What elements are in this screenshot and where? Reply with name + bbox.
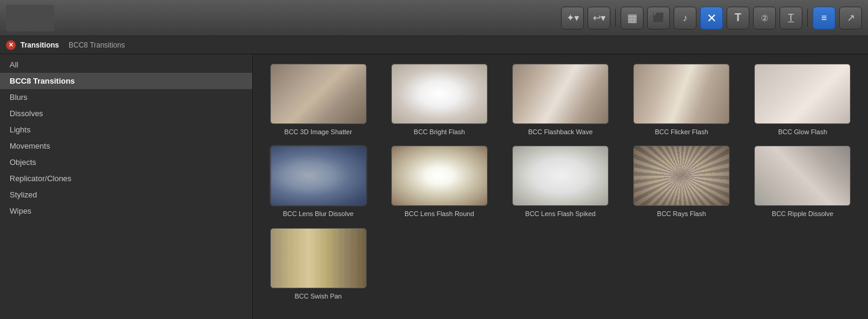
sidebar-item-objects[interactable]: Objects (0, 154, 252, 170)
camera-button[interactable]: ⬛ (647, 7, 670, 29)
grid-item-bcc-lens-spiked[interactable]: BCC Lens Flash Spiked (504, 146, 616, 218)
sidebar-item-wipes[interactable]: Wipes (0, 203, 252, 219)
video-icon: ▦ (627, 11, 637, 25)
generator-icon: T (788, 13, 794, 23)
thumbnail-bcc-3d (270, 64, 367, 124)
sidebar-item-blurs[interactable]: Blurs (0, 89, 252, 105)
undo-button[interactable]: ↩▾ (587, 7, 610, 29)
grid-item-bcc-lens-blur[interactable]: BCC Lens Blur Dissolve (262, 146, 374, 218)
toolbar-sep-1 (615, 9, 616, 27)
grid-label-bcc-lens-round: BCC Lens Flash Round (405, 209, 474, 218)
sidebar-item-lights[interactable]: Lights (0, 122, 252, 138)
themes-button[interactable]: ≡ (813, 7, 835, 29)
thumbnail-bcc-bright (391, 64, 488, 124)
sidebar-item-movements[interactable]: Movements (0, 138, 252, 154)
export-button[interactable]: ↗ (839, 7, 862, 29)
grid-item-bcc-flicker[interactable]: BCC Flicker Flash (626, 64, 737, 136)
thumbnail-bcc-lens-spiked (512, 146, 609, 206)
music-icon: ♪ (683, 13, 687, 23)
grid-item-bcc-ripple[interactable]: BCC Ripple Dissolve (747, 146, 858, 218)
camera-icon: ⬛ (653, 12, 665, 23)
grid-label-bcc-flashback: BCC Flashback Wave (528, 128, 592, 136)
grid-item-bcc-rays[interactable]: BCC Rays Flash (626, 146, 737, 218)
sidebar-item-all[interactable]: All (0, 57, 252, 73)
sidebar-item-dissolves[interactable]: Dissolves (0, 105, 252, 122)
grid-item-bcc-flashback[interactable]: BCC Flashback Wave (504, 64, 616, 136)
grid-label-bcc-3d: BCC 3D Image Shatter (284, 128, 352, 136)
toolbar-buttons: ✦▾ ↩▾ ▦ ⬛ ♪ ✕ T ② T ≡ ↗ (561, 7, 862, 29)
breadcrumb-root[interactable]: Transitions (20, 41, 59, 49)
transitions-icon: ✕ (6, 40, 16, 50)
grid-label-bcc-flicker: BCC Flicker Flash (655, 128, 708, 136)
thumbnail-bcc-rays (633, 146, 730, 206)
grid-label-bcc-lens-blur: BCC Lens Blur Dissolve (283, 209, 353, 218)
main-panel: AllBCC8 TransitionsBlursDissolvesLightsM… (0, 54, 868, 319)
thumbnail-bcc-flicker (633, 64, 730, 124)
themes-icon: ≡ (821, 13, 826, 23)
sidebar: AllBCC8 TransitionsBlursDissolvesLightsM… (0, 54, 253, 319)
thumbnail-bcc-flashback (512, 64, 609, 124)
sidebar-item-replicator[interactable]: Replicator/Clones (0, 170, 252, 187)
grid-item-bcc-lens-round[interactable]: BCC Lens Flash Round (383, 146, 495, 218)
breadcrumb-bar: ✕ Transitions BCC8 Transitions (0, 36, 868, 54)
breadcrumb-current: BCC8 Transitions (69, 41, 125, 49)
sidebar-item-stylized[interactable]: Stylized (0, 187, 252, 203)
content-area: BCC 3D Image ShatterBCC Bright FlashBCC … (253, 54, 868, 319)
transitions-grid: BCC 3D Image ShatterBCC Bright FlashBCC … (262, 64, 858, 300)
thumbnail-bcc-swish (270, 228, 367, 288)
toolbar: ✦▾ ↩▾ ▦ ⬛ ♪ ✕ T ② T ≡ ↗ (0, 0, 868, 36)
grid-label-bcc-lens-spiked: BCC Lens Flash Spiked (525, 209, 596, 218)
sidebar-item-bcc8[interactable]: BCC8 Transitions (0, 73, 252, 89)
title-icon: T (735, 11, 742, 24)
grid-label-bcc-bright: BCC Bright Flash (414, 128, 465, 136)
thumbnail-bcc-lens-blur (270, 146, 367, 206)
video-button[interactable]: ▦ (621, 7, 643, 29)
music-button[interactable]: ♪ (674, 7, 696, 29)
grid-label-bcc-swish: BCC Swish Pan (294, 292, 341, 300)
magic-wand-icon: ✦▾ (566, 12, 579, 23)
transition-button[interactable]: ✕ (700, 7, 723, 29)
thumbnail-bcc-ripple (754, 146, 851, 206)
generator-button[interactable]: T (780, 7, 802, 29)
grid-item-bcc-bright[interactable]: BCC Bright Flash (383, 64, 495, 136)
undo-icon: ↩▾ (593, 12, 606, 23)
magic-wand-button[interactable]: ✦▾ (561, 7, 584, 29)
map-icon: ② (761, 13, 769, 23)
map-button[interactable]: ② (753, 7, 776, 29)
thumbnail-bcc-glow (754, 64, 851, 124)
grid-item-bcc-3d[interactable]: BCC 3D Image Shatter (262, 64, 374, 136)
export-icon: ↗ (847, 12, 855, 23)
app-logo (6, 5, 54, 31)
toolbar-sep-2 (807, 9, 808, 27)
thumbnail-bcc-lens-round (391, 146, 488, 206)
transition-icon: ✕ (707, 11, 717, 25)
grid-label-bcc-ripple: BCC Ripple Dissolve (772, 209, 833, 218)
grid-label-bcc-glow: BCC Glow Flash (778, 128, 827, 136)
title-button[interactable]: T (727, 7, 749, 29)
grid-item-bcc-swish[interactable]: BCC Swish Pan (262, 228, 374, 300)
grid-label-bcc-rays: BCC Rays Flash (657, 209, 706, 218)
grid-item-bcc-glow[interactable]: BCC Glow Flash (747, 64, 858, 136)
